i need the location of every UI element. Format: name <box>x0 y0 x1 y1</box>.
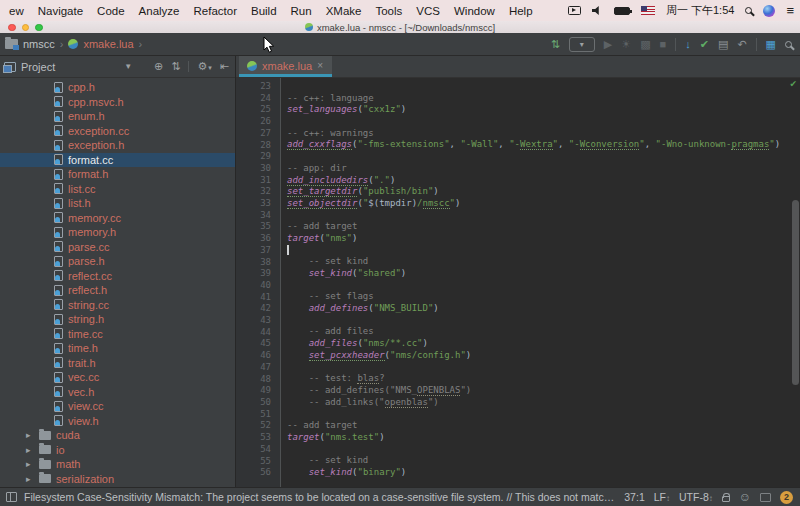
code-line[interactable]: set_kind("shared") <box>287 268 800 280</box>
menu-build[interactable]: Build <box>244 5 284 17</box>
project-panel-header[interactable]: Project ▼ ⊕⇅⚙▾⇤ <box>0 56 235 78</box>
code-line[interactable]: -- set kind <box>287 256 800 268</box>
menu-navigate[interactable]: Navigate <box>31 5 90 17</box>
code-line[interactable]: -- add target <box>287 221 800 233</box>
vcs-diff-icon[interactable]: ▤ <box>718 39 728 50</box>
code-line[interactable]: set_targetdir("publish/bin") <box>287 186 800 198</box>
project-view-dropdown-icon[interactable]: ▼ <box>124 62 132 71</box>
tab-xmake-lua[interactable]: xmake.lua × <box>239 56 332 77</box>
tree-item-enum.h[interactable]: enum.h <box>0 109 235 124</box>
settings-gear-icon[interactable]: ⚙▾ <box>197 61 211 72</box>
code-line[interactable]: set_pcxxheader("nms/config.h") <box>287 350 800 362</box>
expand-arrow-icon[interactable]: ▸ <box>26 459 34 469</box>
code-line[interactable]: -- add_defines("NMS_OPENBLAS") <box>287 385 800 397</box>
airplay-display-icon[interactable] <box>568 6 581 15</box>
tree-item-memory.h[interactable]: memory.h <box>0 225 235 240</box>
code-line[interactable] <box>287 210 800 222</box>
search-everywhere-icon[interactable] <box>785 41 792 48</box>
code-line[interactable] <box>287 315 800 327</box>
close-window-button[interactable] <box>8 24 16 32</box>
readonly-lock-icon[interactable] <box>722 496 730 502</box>
encoding-indicator[interactable]: UTF-8↕ <box>679 491 713 503</box>
editor-gutter[interactable]: 2324252627282930313233343536373839404142… <box>236 78 281 487</box>
tree-item-reflect.h[interactable]: reflect.h <box>0 283 235 298</box>
code-line[interactable] <box>287 408 800 420</box>
code-line[interactable]: -- test: blas? <box>287 373 800 385</box>
code-line[interactable]: -- add files <box>287 326 800 338</box>
coverage-icon[interactable]: ▩ <box>640 39 650 50</box>
stop-icon[interactable]: ■ <box>660 39 667 50</box>
inspection-status-icon[interactable]: ✔ <box>789 79 797 89</box>
code-line[interactable]: add_cxxflags("-fms-extensions", "-Wall",… <box>287 139 800 151</box>
expand-arrow-icon[interactable]: ▸ <box>26 430 34 440</box>
code-area[interactable]: -- c++: languageset_languages("cxx1z")--… <box>281 78 800 487</box>
tree-item-exception.cc[interactable]: exception.cc <box>0 124 235 139</box>
battery-icon[interactable] <box>614 7 630 15</box>
expand-arrow-icon[interactable]: ▸ <box>26 474 34 484</box>
notification-center-icon[interactable]: ≡ <box>786 4 794 17</box>
menu-run[interactable]: Run <box>284 5 319 17</box>
expand-arrow-icon[interactable]: ▸ <box>26 445 34 455</box>
line-separator-indicator[interactable]: LF↕ <box>654 491 670 503</box>
breadcrumb-xmake.lua[interactable]: xmake.lua <box>83 38 133 50</box>
tree-item-string.h[interactable]: string.h <box>0 312 235 327</box>
minimize-window-button[interactable] <box>22 24 30 32</box>
tree-item-io[interactable]: ▸io <box>0 443 235 458</box>
hide-panel-icon[interactable]: ⇤ <box>220 61 229 72</box>
project-structure-icon[interactable]: ▦ <box>766 39 776 50</box>
hector-inspector-icon[interactable]: ☺ <box>739 491 751 503</box>
vcs-update-icon[interactable]: ↓ <box>685 39 691 50</box>
menu-window[interactable]: Window <box>447 5 502 17</box>
menu-help[interactable]: Help <box>502 5 540 17</box>
tree-item-serialization[interactable]: ▸serialization <box>0 472 235 487</box>
code-line[interactable]: set_languages("cxx1z") <box>287 104 800 116</box>
status-message[interactable]: Filesystem Case-Sensitivity Mismatch: Th… <box>24 491 617 503</box>
code-line[interactable] <box>287 81 800 93</box>
tree-item-view.h[interactable]: view.h <box>0 414 235 429</box>
tree-item-vec.h[interactable]: vec.h <box>0 385 235 400</box>
code-line[interactable] <box>287 151 800 163</box>
code-line[interactable] <box>287 280 800 292</box>
tree-item-format.cc[interactable]: format.cc <box>0 153 235 168</box>
tree-item-parse.h[interactable]: parse.h <box>0 254 235 269</box>
editor-scrollbar[interactable] <box>792 200 799 385</box>
tree-item-cpp.h[interactable]: cpp.h <box>0 80 235 95</box>
menu-vcs[interactable]: VCS <box>409 5 447 17</box>
menu-analyze[interactable]: Analyze <box>132 5 187 17</box>
tree-item-time.cc[interactable]: time.cc <box>0 327 235 342</box>
build-variant-icon[interactable]: ⇅ <box>551 39 560 50</box>
code-line[interactable]: set_kind("binary") <box>287 467 800 479</box>
tree-item-vec.cc[interactable]: vec.cc <box>0 370 235 385</box>
tree-item-parse.cc[interactable]: parse.cc <box>0 240 235 255</box>
caret-position-indicator[interactable]: 37:1 <box>624 491 644 503</box>
collapse-all-icon[interactable]: ⇅ <box>171 61 180 72</box>
code-line[interactable]: -- c++: warnings <box>287 128 800 140</box>
code-line[interactable]: -- set flags <box>287 291 800 303</box>
menu-ew[interactable]: ew <box>2 5 31 17</box>
code-line[interactable]: -- app: dir <box>287 163 800 175</box>
tree-item-exception.h[interactable]: exception.h <box>0 138 235 153</box>
spotlight-search-icon[interactable] <box>745 7 752 14</box>
tree-item-string.cc[interactable]: string.cc <box>0 298 235 313</box>
tree-item-cpp.msvc.h[interactable]: cpp.msvc.h <box>0 95 235 110</box>
tree-item-format.h[interactable]: format.h <box>0 167 235 182</box>
tool-window-switcher-icon[interactable] <box>6 492 17 502</box>
code-line[interactable]: add_defines("NMS_BUILD") <box>287 303 800 315</box>
tree-item-view.cc[interactable]: view.cc <box>0 399 235 414</box>
project-file-tree[interactable]: cpp.hcpp.msvc.henum.hexception.ccexcepti… <box>0 78 235 487</box>
editor-body[interactable]: 2324252627282930313233343536373839404142… <box>236 78 800 487</box>
code-line[interactable] <box>287 116 800 128</box>
vcs-commit-icon[interactable]: ✔ <box>700 39 709 50</box>
profile-icon[interactable]: ☀ <box>621 39 631 50</box>
run-config-dropdown[interactable]: ▾ <box>569 37 595 52</box>
code-line[interactable]: -- add_links("openblas") <box>287 397 800 409</box>
code-line[interactable]: add_files("nms/**.cc") <box>287 338 800 350</box>
tree-item-time.h[interactable]: time.h <box>0 341 235 356</box>
zoom-window-button[interactable] <box>35 24 43 32</box>
tab-close-icon[interactable]: × <box>317 60 323 71</box>
tree-item-memory.cc[interactable]: memory.cc <box>0 211 235 226</box>
code-line[interactable]: set_objectdir("$(tmpdir)/nmscc") <box>287 198 800 210</box>
input-language-flag-icon[interactable] <box>641 6 655 15</box>
locate-icon[interactable]: ⊕ <box>154 61 163 72</box>
tree-item-cuda[interactable]: ▸cuda <box>0 428 235 443</box>
